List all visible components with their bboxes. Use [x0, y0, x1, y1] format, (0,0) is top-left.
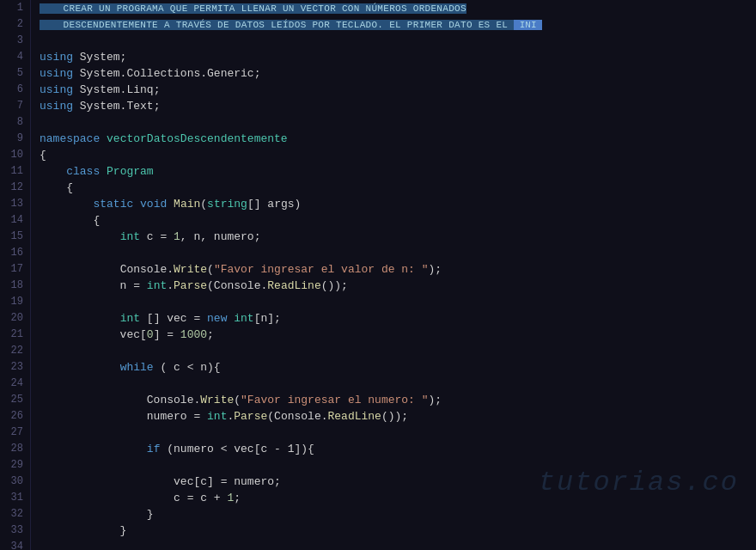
- code-line-16: [40, 245, 756, 261]
- code-line-9: namespace vectorDatosDescendentemente: [40, 131, 756, 147]
- code-line-19: [40, 294, 756, 310]
- code-line-31: c = c + 1;: [40, 490, 756, 506]
- code-line-10: {: [40, 147, 756, 163]
- code-line-12: {: [40, 180, 756, 196]
- code-line-25: Console.Write("Favor ingresar el numero:…: [40, 392, 756, 408]
- code-line-1: CREAR UN PROGRAMA QUE PERMITA LLENAR UN …: [40, 0, 756, 16]
- code-line-22: [40, 343, 756, 359]
- code-line-14: {: [40, 212, 756, 229]
- code-line-20: int [] vec = new int[n];: [40, 310, 756, 327]
- code-line-21: vec[0] = 1000;: [40, 327, 756, 343]
- code-line-32: }: [40, 506, 756, 522]
- code-line-6: using System.Linq;: [40, 82, 756, 98]
- code-line-18: n = int.Parse(Console.ReadLine());: [40, 278, 756, 294]
- code-editor: 1 2 3 4 5 6 7 8 9 10 11 12 13 14 15 16 1…: [0, 0, 756, 550]
- code-line-26: numero = int.Parse(Console.ReadLine());: [40, 408, 756, 425]
- code-line-34: [40, 539, 756, 550]
- code-line-30: vec[c] = numero;: [40, 474, 756, 490]
- code-line-28: if (numero < vec[c - 1]){: [40, 441, 756, 457]
- line-numbers: 1 2 3 4 5 6 7 8 9 10 11 12 13 14 15 16 1…: [0, 0, 31, 550]
- code-line-33: }: [40, 522, 756, 539]
- code-line-2: DESCENDENTEMENTE A TRAVÉS DE DATOS LEÍDO…: [40, 16, 756, 33]
- code-area[interactable]: CREAR UN PROGRAMA QUE PERMITA LLENAR UN …: [31, 0, 756, 550]
- code-line-17: Console.Write("Favor ingresar el valor d…: [40, 261, 756, 278]
- code-line-11: class Program: [40, 163, 756, 180]
- code-line-24: [40, 376, 756, 392]
- code-line-5: using System.Collections.Generic;: [40, 65, 756, 82]
- code-line-7: using System.Text;: [40, 98, 756, 114]
- code-line-23: while ( c < n){: [40, 359, 756, 376]
- code-line-4: using System;: [40, 49, 756, 65]
- code-line-29: [40, 457, 756, 474]
- code-line-15: int c = 1, n, numero;: [40, 229, 756, 245]
- code-line-27: [40, 425, 756, 441]
- code-line-8: [40, 114, 756, 131]
- code-line-3: [40, 33, 756, 49]
- code-line-13: static void Main(string[] args): [40, 196, 756, 212]
